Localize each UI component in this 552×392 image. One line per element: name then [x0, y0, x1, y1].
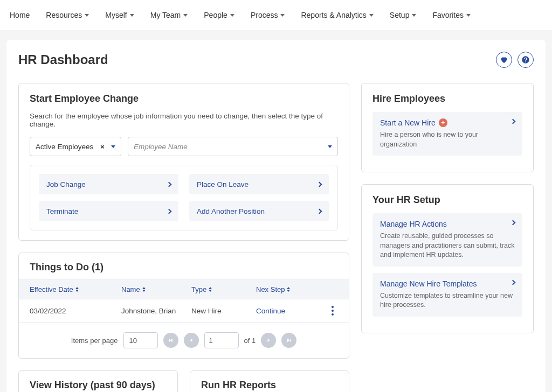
chevron-down-icon [183, 14, 188, 17]
table-row: 03/02/2022 Johnstone, Brian New Hire Con… [19, 299, 349, 323]
sort-icon [287, 287, 290, 292]
top-nav: Home Resources Myself My Team People Pro… [0, 0, 552, 30]
pager-next-button[interactable] [261, 333, 276, 348]
action-terminate[interactable]: Terminate [39, 201, 178, 221]
manage-hr-actions-card[interactable]: Manage HR Actions Create reusable, guide… [372, 213, 522, 267]
card-title: Manage HR Actions [380, 220, 447, 228]
start-new-hire-card[interactable]: Start a New Hire + Hire a person who is … [372, 112, 522, 156]
question-icon [521, 55, 530, 64]
chevron-down-icon [230, 14, 234, 17]
card-description: Create reusable, guided processes so man… [380, 232, 515, 260]
cell-name: Johnstone, Brian [121, 307, 191, 315]
nav-label: Home [10, 11, 30, 19]
chevron-down-icon [412, 14, 416, 17]
col-label: Name [121, 285, 140, 293]
heart-icon [500, 55, 508, 64]
run-hr-reports-panel: Run HR Reports Employee Payroll Changes … [190, 370, 349, 392]
view-history-panel: View History (past 90 days) New Hire (1)… [18, 370, 178, 392]
nav-my-team[interactable]: My Team [150, 11, 188, 19]
input-placeholder: Employee Name [134, 143, 188, 151]
card-title: Start a New Hire [380, 118, 436, 127]
card-title: Manage New Hire Templates [380, 279, 477, 288]
panel-title: Run HR Reports [190, 371, 349, 392]
things-to-do-panel: Things to Do (1) Effective Date Name Typ… [18, 253, 349, 359]
sort-icon [209, 287, 212, 292]
page-header: HR Dashboard [18, 52, 534, 68]
panel-title: Start Employee Change [30, 93, 338, 104]
action-add-another-position[interactable]: Add Another Position [189, 201, 329, 221]
nav-myself[interactable]: Myself [105, 11, 134, 19]
hire-employees-panel: Hire Employees Start a New Hire + Hire a… [361, 83, 534, 172]
col-type[interactable]: Type [191, 285, 256, 293]
action-label: Terminate [46, 207, 78, 215]
nav-people[interactable]: People [204, 11, 234, 19]
chevron-down-icon [280, 14, 285, 17]
nav-resources[interactable]: Resources [46, 11, 89, 19]
help-button[interactable] [518, 52, 534, 68]
nav-home[interactable]: Home [10, 11, 30, 19]
panel-description: Search for the employee whose job inform… [30, 112, 338, 128]
pager-first-button[interactable] [163, 333, 178, 348]
items-per-page-select[interactable]: 10 [123, 332, 158, 348]
chevron-down-icon [85, 14, 89, 17]
nav-label: Setup [390, 11, 410, 19]
action-job-change[interactable]: Job Change [39, 174, 178, 194]
nav-reports[interactable]: Reports & Analytics [301, 11, 373, 19]
table-header: Effective Date Name Type Nex Step [19, 279, 349, 299]
chevron-right-icon [317, 181, 322, 187]
employee-name-input[interactable]: Employee Name [128, 137, 338, 156]
your-hr-setup-panel: Your HR Setup Manage HR Actions Create r… [361, 184, 534, 333]
card-description: Customize templates to streamline your n… [380, 291, 515, 310]
cell-date: 03/02/2022 [30, 307, 121, 315]
nav-favorites[interactable]: Favorites [432, 11, 471, 19]
employee-filter-select[interactable]: Active Employees × [30, 137, 121, 156]
chevron-down-icon [130, 14, 134, 17]
action-label: Place On Leave [197, 180, 249, 188]
clear-filter-button[interactable]: × [97, 143, 108, 151]
continue-link[interactable]: Continue [256, 307, 285, 315]
panel-title: Things to Do (1) [19, 253, 349, 279]
nav-label: Process [251, 11, 278, 19]
pager-prev-button[interactable] [184, 333, 199, 348]
action-place-on-leave[interactable]: Place On Leave [189, 174, 329, 194]
col-effective-date[interactable]: Effective Date [30, 285, 121, 293]
nav-setup[interactable]: Setup [390, 11, 417, 19]
page-title: HR Dashboard [18, 52, 108, 67]
action-label: Add Another Position [197, 207, 265, 215]
select-value: Active Employees [36, 143, 93, 151]
col-next-step[interactable]: Nex Step [256, 285, 327, 293]
col-label: Nex Step [256, 285, 285, 293]
nav-process[interactable]: Process [251, 11, 285, 19]
manage-new-hire-templates-card[interactable]: Manage New Hire Templates Customize temp… [372, 273, 522, 317]
cell-type: New Hire [191, 307, 256, 315]
nav-label: Resources [46, 11, 82, 19]
panel-title: Hire Employees [372, 93, 522, 104]
cell-next: Continue [256, 307, 327, 315]
page-number-input[interactable]: 1 [204, 332, 239, 348]
col-name[interactable]: Name [121, 285, 191, 293]
chevron-down-icon [328, 145, 332, 148]
chevron-right-icon [317, 208, 322, 214]
action-label: Job Change [46, 180, 86, 188]
chevron-down-icon [369, 14, 374, 17]
chevron-right-icon [167, 181, 172, 187]
pager: Items per page 10 1 of 1 [19, 323, 349, 358]
change-actions: Job Change Place On Leave Terminate [30, 165, 338, 230]
page: HR Dashboard Start Employee Change Searc… [6, 40, 546, 392]
select-value: 10 [129, 337, 137, 345]
input-value: 1 [209, 337, 213, 345]
chevron-down-icon [111, 145, 115, 148]
card-description: Hire a person who is new to your organiz… [380, 130, 515, 149]
nav-label: Reports & Analytics [301, 11, 366, 19]
chevron-right-icon [167, 208, 172, 214]
sort-icon [142, 287, 146, 292]
row-menu-button[interactable] [327, 306, 338, 316]
col-label: Effective Date [30, 285, 73, 293]
pager-last-button[interactable] [281, 333, 296, 348]
nav-label: People [204, 11, 227, 19]
page-of-label: of 1 [244, 337, 256, 345]
nav-label: My Team [150, 11, 181, 19]
plus-icon: + [439, 118, 447, 127]
favorite-button[interactable] [496, 52, 512, 68]
header-icons [496, 52, 534, 68]
